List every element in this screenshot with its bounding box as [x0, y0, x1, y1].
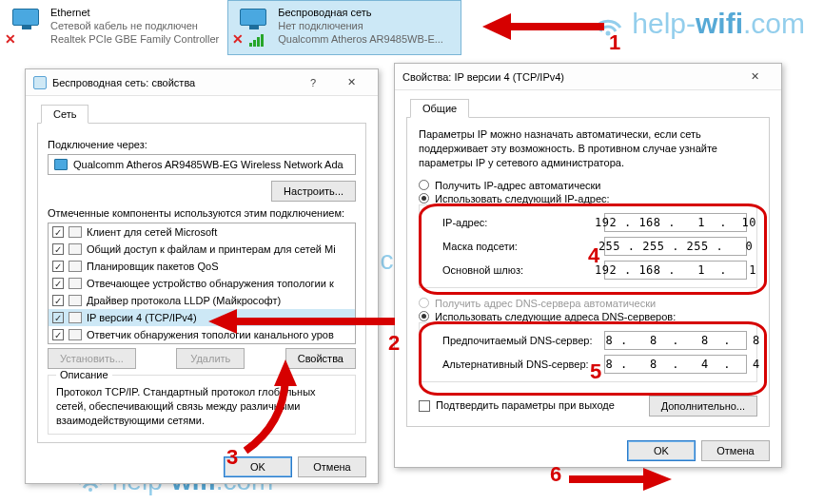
properties-button[interactable]: Свойства: [285, 348, 356, 369]
radio-dns-auto: Получить адрес DNS-сервера автоматически: [419, 298, 757, 309]
connect-via-label: Подключение через:: [48, 139, 356, 150]
adapter-ethernet[interactable]: ✕ Ethernet Сетевой кабель не подключен R…: [0, 0, 227, 55]
intro-text: Параметры IP можно назначать автоматичес…: [419, 127, 757, 170]
adapter-name: Ethernet: [50, 7, 219, 20]
adapter-wireless[interactable]: ✕ Беспроводная сеть Нет подключения Qual…: [227, 0, 461, 55]
gateway-input[interactable]: 192 . 168 . 1 . 1: [604, 261, 747, 280]
callout-6: 6: [550, 462, 561, 487]
radio-dns-manual[interactable]: Использовать следующие адреса DNS-сервер…: [419, 311, 757, 322]
remove-button[interactable]: Удалить: [176, 348, 245, 369]
tab-general[interactable]: Общие: [410, 99, 469, 118]
adapter-name-text: Qualcomm Atheros AR9485WB-EG Wireless Ne…: [73, 159, 343, 170]
configure-button[interactable]: Настроить...: [271, 181, 356, 202]
close-button[interactable]: ✕: [332, 72, 370, 93]
list-item[interactable]: ✓Планировщик пакетов QoS: [49, 258, 355, 275]
arrow-6: [563, 466, 677, 494]
ok-button[interactable]: OK: [627, 440, 696, 461]
callout-2: 2: [388, 331, 400, 356]
mask-input[interactable]: 255 . 255 . 255 . 0: [604, 237, 747, 256]
help-button[interactable]: ?: [294, 72, 332, 93]
install-button[interactable]: Установить...: [48, 348, 136, 369]
ethernet-icon: ✕: [9, 7, 43, 45]
window-title: Беспроводная сеть: свойства: [52, 77, 294, 88]
description-box: Описание Протокол TCP/IP. Стандартный пр…: [48, 375, 356, 435]
dns1-input[interactable]: 8 . 8 . 8 . 8: [604, 331, 747, 350]
close-button[interactable]: ✕: [736, 67, 774, 87]
adapter-list: ✕ Ethernet Сетевой кабель не подключен R…: [0, 0, 824, 55]
cancel-button[interactable]: Отмена: [701, 440, 770, 461]
list-item[interactable]: ✓Драйвер протокола LLDP (Майкрософт): [49, 292, 355, 309]
radio-ip-auto[interactable]: Получить IP-адрес автоматически: [419, 180, 757, 191]
validate-checkbox[interactable]: Подтвердить параметры при выходе: [419, 399, 615, 412]
adapter-device: Realtek PCIe GBE Family Controller: [50, 33, 219, 47]
window-title: Свойства: IP версии 4 (TCP/IPv4): [402, 71, 736, 83]
ip-label: IP-адрес:: [442, 217, 595, 228]
callout-3: 3: [226, 445, 238, 470]
adapter-device: Qualcomm Atheros AR9485WB-E...: [278, 33, 443, 47]
dns2-label: Альтернативный DNS-сервер:: [442, 359, 595, 370]
ip-input[interactable]: 192 . 168 . 1 . 10: [604, 213, 747, 232]
app-icon: [33, 76, 47, 89]
nic-icon: [54, 159, 68, 170]
adapter-properties-dialog: Беспроводная сеть: свойства ?✕ Сеть Подк…: [25, 68, 379, 484]
description-text: Протокол TCP/IP. Стандартный протокол гл…: [56, 385, 347, 428]
cancel-button[interactable]: Отмена: [298, 456, 366, 477]
callout-1: 1: [609, 30, 620, 55]
mask-label: Маска подсети:: [442, 241, 595, 252]
titlebar[interactable]: Свойства: IP версии 4 (TCP/IPv4) ✕: [395, 64, 781, 90]
wifi-icon: ✕: [236, 7, 270, 45]
list-item[interactable]: ✓Ответчик обнаружения топологии канально…: [49, 326, 355, 343]
components-label: Отмеченные компоненты используются этим …: [48, 207, 356, 219]
dns1-label: Предпочитаемый DNS-сервер:: [442, 335, 595, 346]
adapter-status: Сетевой кабель не подключен: [50, 20, 219, 33]
radio-ip-manual[interactable]: Использовать следующий IP-адрес:: [419, 193, 757, 204]
titlebar[interactable]: Беспроводная сеть: свойства ?✕: [26, 69, 378, 96]
list-item[interactable]: ✓Общий доступ к файлам и принтерам для с…: [49, 241, 355, 258]
dns2-input[interactable]: 8 . 8 . 4 . 4: [604, 355, 747, 374]
list-item[interactable]: ✓Отвечающее устройство обнаружения топол…: [49, 275, 355, 292]
svg-point-2: [88, 488, 92, 492]
description-title: Описание: [56, 369, 112, 380]
list-item[interactable]: ✓Клиент для сетей Microsoft: [49, 223, 355, 241]
callout-5: 5: [590, 359, 601, 384]
adapter-name: Беспроводная сеть: [278, 7, 443, 20]
adapter-name-field: Qualcomm Atheros AR9485WB-EG Wireless Ne…: [48, 154, 356, 175]
callout-4: 4: [588, 243, 599, 268]
svg-marker-6: [643, 468, 672, 491]
gateway-label: Основной шлюз:: [442, 264, 595, 276]
list-item-ipv4[interactable]: ✓IP версии 4 (TCP/IPv4): [49, 309, 355, 326]
advanced-button[interactable]: Дополнительно...: [649, 396, 757, 417]
adapter-status: Нет подключения: [278, 20, 443, 33]
tab-network[interactable]: Сеть: [41, 105, 88, 124]
component-list[interactable]: ✓Клиент для сетей Microsoft ✓Общий досту…: [48, 223, 356, 344]
